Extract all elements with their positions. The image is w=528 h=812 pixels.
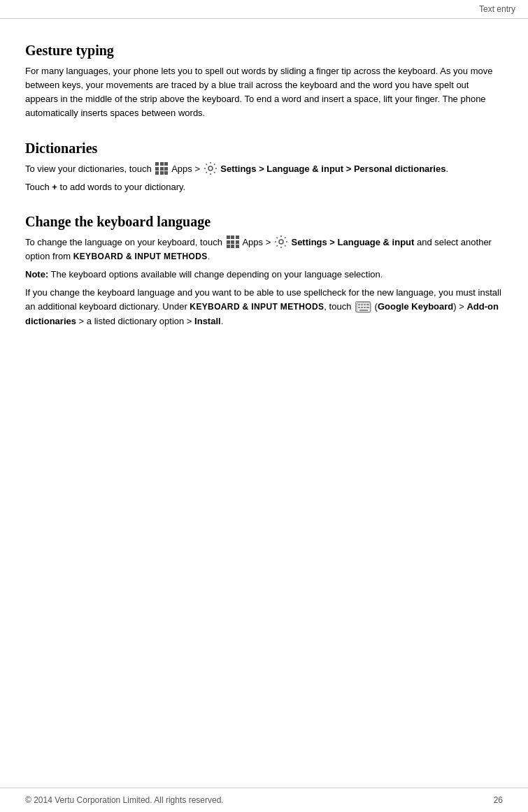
section-gesture-typing: Gesture typing For many languages, your … — [25, 43, 503, 121]
personal-dict-label: Personal dictionaries — [354, 164, 446, 174]
settings-icon-2 — [275, 235, 287, 248]
settings-label-1: Settings > — [220, 164, 266, 174]
keyboard-methods-label-2: KEYBOARD & INPUT METHODS — [190, 302, 324, 312]
keyboard-methods-label-1: KEYBOARD & INPUT METHODS — [73, 252, 208, 261]
footer-copyright: © 2014 Vertu Corporation Limited. All ri… — [25, 795, 224, 805]
svg-rect-8 — [361, 307, 363, 308]
svg-rect-3 — [358, 304, 360, 305]
page-footer: © 2014 Vertu Corporation Limited. All ri… — [0, 788, 528, 812]
svg-rect-11 — [359, 310, 368, 311]
note-label: Note: — [25, 269, 48, 280]
keyboard-language-paragraph-2: Note: The keyboard options available wil… — [25, 268, 503, 282]
keyboard-settings-icon — [355, 301, 371, 312]
gesture-typing-paragraph: For many languages, your phone lets you … — [25, 64, 503, 121]
page-header: Text entry — [0, 0, 528, 19]
plus-label: + — [52, 182, 57, 192]
svg-rect-4 — [361, 304, 363, 305]
svg-rect-10 — [366, 307, 369, 308]
svg-rect-9 — [364, 307, 366, 308]
apps-icon-2 — [227, 235, 239, 248]
google-keyboard-label: Google Keyboard — [378, 301, 453, 312]
footer-page-number: 26 — [494, 795, 503, 805]
language-input-label-1: Language & input — [266, 164, 343, 174]
section-heading-dictionaries: Dictionaries — [25, 140, 503, 157]
section-heading-gesture-typing: Gesture typing — [25, 43, 503, 59]
arrow-1: > — [343, 164, 354, 174]
svg-point-0 — [208, 166, 213, 171]
dictionaries-paragraph-1: To view your dictionaries, touch Apps > … — [25, 162, 503, 176]
section-dictionaries: Dictionaries To view your dictionaries, … — [25, 140, 503, 194]
language-input-label-2: Language & input — [338, 237, 415, 247]
install-label: Install — [194, 316, 221, 326]
svg-rect-6 — [366, 304, 369, 305]
page-content: Gesture typing For many languages, your … — [0, 19, 528, 390]
svg-rect-5 — [364, 304, 366, 305]
settings-icon-1 — [204, 162, 217, 175]
settings-label-2: Settings > — [291, 237, 337, 247]
keyboard-language-paragraph-3: If you change the keyboard language and … — [25, 286, 503, 328]
svg-point-1 — [279, 240, 283, 244]
section-heading-keyboard-language: Change the keyboard language — [25, 214, 503, 230]
apps-icon-1 — [155, 162, 168, 175]
keyboard-language-paragraph-1: To change the language on your keyboard,… — [25, 235, 503, 263]
section-keyboard-language: Change the keyboard language To change t… — [25, 214, 503, 328]
dictionaries-paragraph-2: Touch + to add words to your dictionary. — [25, 180, 503, 194]
svg-rect-7 — [358, 307, 360, 308]
header-title: Text entry — [479, 4, 515, 14]
